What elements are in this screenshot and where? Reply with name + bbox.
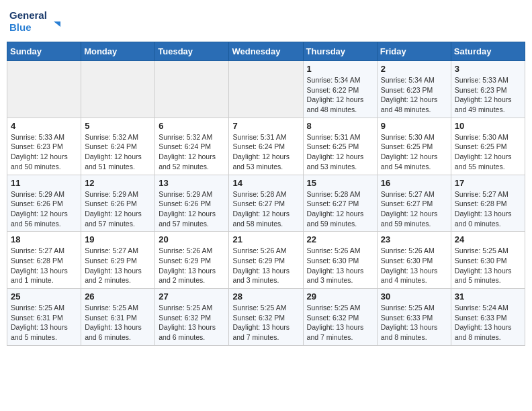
day-info: Sunrise: 5:29 AM Sunset: 6:26 PM Dayligh… (85, 189, 151, 229)
day-number: 6 (159, 121, 225, 131)
svg-marker-2 (54, 21, 60, 27)
day-number: 27 (159, 291, 225, 302)
page-header: General Blue (7, 7, 525, 36)
day-info: Sunrise: 5:29 AM Sunset: 6:26 PM Dayligh… (11, 189, 77, 229)
day-info: Sunrise: 5:26 AM Sunset: 6:29 PM Dayligh… (159, 246, 225, 285)
day-info: Sunrise: 5:27 AM Sunset: 6:27 PM Dayligh… (381, 189, 447, 229)
day-number: 26 (85, 291, 151, 302)
calendar-cell: 11Sunrise: 5:29 AM Sunset: 6:26 PM Dayli… (7, 175, 81, 232)
day-number: 3 (455, 64, 521, 74)
day-info: Sunrise: 5:34 AM Sunset: 6:22 PM Dayligh… (307, 75, 373, 115)
day-number: 17 (455, 178, 521, 188)
calendar-cell: 19Sunrise: 5:27 AM Sunset: 6:29 PM Dayli… (81, 232, 155, 289)
calendar-cell (81, 61, 155, 118)
calendar-cell: 20Sunrise: 5:26 AM Sunset: 6:29 PM Dayli… (155, 232, 229, 289)
logo: General Blue (9, 7, 63, 36)
day-info: Sunrise: 5:28 AM Sunset: 6:27 PM Dayligh… (232, 189, 299, 229)
day-info: Sunrise: 5:31 AM Sunset: 6:25 PM Dayligh… (307, 132, 373, 172)
calendar-cell: 13Sunrise: 5:29 AM Sunset: 6:26 PM Dayli… (155, 175, 229, 232)
svg-text:General: General (9, 9, 47, 21)
weekday-header-thursday: Thursday (303, 42, 377, 61)
day-info: Sunrise: 5:25 AM Sunset: 6:30 PM Dayligh… (455, 246, 521, 285)
calendar-week-3: 11Sunrise: 5:29 AM Sunset: 6:26 PM Dayli… (7, 175, 525, 232)
day-info: Sunrise: 5:33 AM Sunset: 6:23 PM Dayligh… (11, 132, 77, 172)
day-info: Sunrise: 5:27 AM Sunset: 6:29 PM Dayligh… (85, 246, 151, 285)
day-info: Sunrise: 5:32 AM Sunset: 6:24 PM Dayligh… (159, 132, 225, 172)
day-number: 1 (307, 64, 373, 74)
day-number: 14 (232, 178, 299, 188)
day-number: 28 (232, 291, 299, 302)
day-info: Sunrise: 5:28 AM Sunset: 6:27 PM Dayligh… (307, 189, 373, 229)
calendar-week-1: 1Sunrise: 5:34 AM Sunset: 6:22 PM Daylig… (7, 61, 525, 118)
calendar-cell: 16Sunrise: 5:27 AM Sunset: 6:27 PM Dayli… (377, 175, 451, 232)
day-number: 21 (232, 234, 299, 244)
calendar-cell: 9Sunrise: 5:30 AM Sunset: 6:25 PM Daylig… (377, 118, 451, 175)
day-number: 11 (11, 178, 77, 188)
calendar-table: SundayMondayTuesdayWednesdayThursdayFrid… (7, 42, 525, 346)
calendar-cell: 21Sunrise: 5:26 AM Sunset: 6:29 PM Dayli… (229, 232, 303, 289)
calendar-cell: 17Sunrise: 5:27 AM Sunset: 6:28 PM Dayli… (451, 175, 525, 232)
day-info: Sunrise: 5:33 AM Sunset: 6:23 PM Dayligh… (455, 75, 521, 115)
day-number: 20 (159, 234, 225, 244)
day-number: 9 (381, 121, 447, 131)
calendar-cell: 15Sunrise: 5:28 AM Sunset: 6:27 PM Dayli… (303, 175, 377, 232)
day-info: Sunrise: 5:29 AM Sunset: 6:26 PM Dayligh… (159, 189, 225, 229)
weekday-header-sunday: Sunday (7, 42, 81, 61)
weekday-header-friday: Friday (377, 42, 451, 61)
day-number: 19 (85, 234, 151, 244)
day-number: 18 (11, 234, 77, 244)
calendar-cell: 3Sunrise: 5:33 AM Sunset: 6:23 PM Daylig… (451, 61, 525, 118)
calendar-cell: 27Sunrise: 5:25 AM Sunset: 6:32 PM Dayli… (155, 289, 229, 346)
calendar-cell: 28Sunrise: 5:25 AM Sunset: 6:32 PM Dayli… (229, 289, 303, 346)
weekday-header-wednesday: Wednesday (229, 42, 303, 61)
calendar-cell: 22Sunrise: 5:26 AM Sunset: 6:30 PM Dayli… (303, 232, 377, 289)
calendar-week-4: 18Sunrise: 5:27 AM Sunset: 6:28 PM Dayli… (7, 232, 525, 289)
day-number: 13 (159, 178, 225, 188)
calendar-cell: 14Sunrise: 5:28 AM Sunset: 6:27 PM Dayli… (229, 175, 303, 232)
calendar-cell: 5Sunrise: 5:32 AM Sunset: 6:24 PM Daylig… (81, 118, 155, 175)
day-info: Sunrise: 5:26 AM Sunset: 6:30 PM Dayligh… (381, 246, 447, 285)
calendar-header-row: SundayMondayTuesdayWednesdayThursdayFrid… (7, 42, 525, 61)
day-number: 23 (381, 234, 447, 244)
day-info: Sunrise: 5:26 AM Sunset: 6:30 PM Dayligh… (307, 246, 373, 285)
weekday-header-saturday: Saturday (451, 42, 525, 61)
day-number: 30 (381, 291, 447, 302)
day-number: 5 (85, 121, 151, 131)
day-info: Sunrise: 5:25 AM Sunset: 6:32 PM Dayligh… (159, 303, 225, 342)
day-info: Sunrise: 5:25 AM Sunset: 6:32 PM Dayligh… (232, 303, 299, 342)
calendar-cell: 1Sunrise: 5:34 AM Sunset: 6:22 PM Daylig… (303, 61, 377, 118)
calendar-cell: 25Sunrise: 5:25 AM Sunset: 6:31 PM Dayli… (7, 289, 81, 346)
day-number: 7 (232, 121, 299, 131)
day-info: Sunrise: 5:25 AM Sunset: 6:31 PM Dayligh… (85, 303, 151, 342)
day-info: Sunrise: 5:25 AM Sunset: 6:31 PM Dayligh… (11, 303, 77, 342)
day-number: 12 (85, 178, 151, 188)
calendar-cell: 10Sunrise: 5:30 AM Sunset: 6:25 PM Dayli… (451, 118, 525, 175)
day-number: 22 (307, 234, 373, 244)
calendar-cell: 6Sunrise: 5:32 AM Sunset: 6:24 PM Daylig… (155, 118, 229, 175)
calendar-cell (155, 61, 229, 118)
calendar-week-5: 25Sunrise: 5:25 AM Sunset: 6:31 PM Dayli… (7, 289, 525, 346)
calendar-cell: 2Sunrise: 5:34 AM Sunset: 6:23 PM Daylig… (377, 61, 451, 118)
day-number: 8 (307, 121, 373, 131)
calendar-cell: 29Sunrise: 5:25 AM Sunset: 6:32 PM Dayli… (303, 289, 377, 346)
day-number: 31 (455, 291, 521, 302)
calendar-cell: 12Sunrise: 5:29 AM Sunset: 6:26 PM Dayli… (81, 175, 155, 232)
calendar-cell: 8Sunrise: 5:31 AM Sunset: 6:25 PM Daylig… (303, 118, 377, 175)
calendar-cell: 24Sunrise: 5:25 AM Sunset: 6:30 PM Dayli… (451, 232, 525, 289)
calendar-cell: 26Sunrise: 5:25 AM Sunset: 6:31 PM Dayli… (81, 289, 155, 346)
day-number: 29 (307, 291, 373, 302)
day-info: Sunrise: 5:34 AM Sunset: 6:23 PM Dayligh… (381, 75, 447, 115)
calendar-cell: 31Sunrise: 5:24 AM Sunset: 6:33 PM Dayli… (451, 289, 525, 346)
day-number: 10 (455, 121, 521, 131)
calendar-cell: 23Sunrise: 5:26 AM Sunset: 6:30 PM Dayli… (377, 232, 451, 289)
day-number: 25 (11, 291, 77, 302)
day-number: 4 (11, 121, 77, 131)
day-number: 15 (307, 178, 373, 188)
day-info: Sunrise: 5:25 AM Sunset: 6:33 PM Dayligh… (381, 303, 447, 342)
day-number: 16 (381, 178, 447, 188)
calendar-cell (229, 61, 303, 118)
svg-text:Blue: Blue (9, 21, 32, 33)
weekday-header-tuesday: Tuesday (155, 42, 229, 61)
day-info: Sunrise: 5:30 AM Sunset: 6:25 PM Dayligh… (455, 132, 521, 172)
day-info: Sunrise: 5:32 AM Sunset: 6:24 PM Dayligh… (85, 132, 151, 172)
